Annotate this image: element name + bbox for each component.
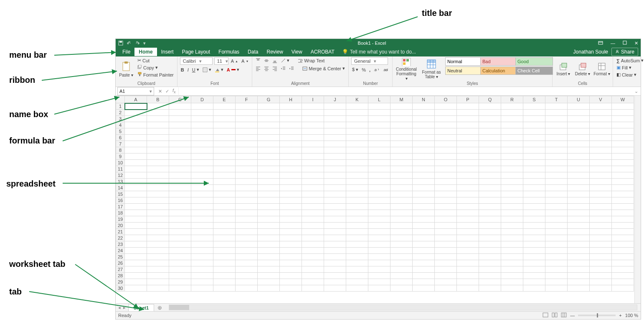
cell[interactable] [479,116,501,122]
cell[interactable] [523,191,545,197]
accounting-format-icon[interactable]: $ ▾ [351,67,359,73]
cell[interactable] [568,128,590,135]
cell[interactable] [302,248,324,254]
cell[interactable] [590,216,612,223]
cell[interactable] [568,223,590,229]
sheet-nav-prev-icon[interactable]: ◂ [118,305,121,310]
cell[interactable] [258,103,280,110]
cell[interactable] [390,160,413,166]
cell[interactable] [545,141,568,147]
cell[interactable] [479,235,501,241]
cell[interactable] [258,141,280,147]
cell[interactable] [280,254,302,260]
cell[interactable] [479,160,501,166]
cell[interactable] [302,266,324,273]
cell[interactable] [280,141,302,147]
cell[interactable] [213,160,236,166]
cell[interactable] [390,154,413,160]
cell[interactable] [280,273,302,279]
cell[interactable] [501,147,523,154]
cell[interactable] [368,266,390,273]
cell[interactable] [346,241,368,248]
cell[interactable] [368,147,390,154]
cell[interactable] [435,179,457,185]
cell[interactable] [169,147,191,154]
cell[interactable] [390,241,413,248]
cell[interactable] [346,166,368,172]
row-header[interactable]: 27 [116,266,125,273]
cell[interactable] [213,116,236,122]
cell[interactable] [258,185,280,191]
cell[interactable] [236,154,258,160]
cell[interactable] [258,216,280,223]
row-header[interactable]: 3 [116,116,125,122]
cell[interactable] [479,210,501,216]
cell[interactable] [435,160,457,166]
cell[interactable] [169,223,191,229]
cell[interactable] [147,241,169,248]
cell[interactable] [523,273,545,279]
cell[interactable] [568,266,590,273]
cell[interactable] [213,260,236,266]
cell[interactable] [390,279,413,285]
cell[interactable] [568,166,590,172]
cell[interactable] [568,172,590,179]
cell[interactable] [545,122,568,128]
cell[interactable] [457,116,479,122]
cell[interactable] [191,285,213,292]
cell[interactable] [545,154,568,160]
cell[interactable] [590,204,612,210]
cell[interactable] [236,285,258,292]
cell[interactable] [236,197,258,204]
cell[interactable] [479,185,501,191]
cell[interactable] [324,210,346,216]
cell[interactable] [169,235,191,241]
cell[interactable] [545,128,568,135]
cell[interactable] [435,210,457,216]
cell[interactable] [457,216,479,223]
formula-bar[interactable] [178,87,632,95]
cell[interactable] [169,204,191,210]
cell[interactable] [545,166,568,172]
cell[interactable] [324,273,346,279]
cell[interactable] [236,110,258,116]
col-header[interactable]: N [413,96,435,103]
cell[interactable] [302,235,324,241]
cell[interactable] [324,204,346,210]
cell[interactable] [568,241,590,248]
cell[interactable] [590,229,612,235]
cell[interactable] [479,229,501,235]
cell[interactable] [523,260,545,266]
cell[interactable] [125,141,147,147]
cell[interactable] [191,197,213,204]
cell[interactable] [568,191,590,197]
cell[interactable] [368,103,390,110]
cell[interactable] [590,160,612,166]
cell[interactable] [213,135,236,141]
cell[interactable] [236,235,258,241]
cell[interactable] [568,116,590,122]
cell[interactable] [435,147,457,154]
cell[interactable] [213,191,236,197]
cell[interactable] [147,197,169,204]
cell[interactable] [501,254,523,260]
view-page-break-icon[interactable] [561,312,567,318]
cell[interactable] [324,122,346,128]
cell[interactable] [346,128,368,135]
cell[interactable] [213,141,236,147]
cell[interactable] [324,166,346,172]
cell[interactable] [280,185,302,191]
col-header[interactable]: F [236,96,258,103]
cell[interactable] [258,223,280,229]
cell[interactable] [147,248,169,254]
cell[interactable] [236,223,258,229]
cell[interactable] [590,260,612,266]
cell[interactable] [258,241,280,248]
cell[interactable] [236,204,258,210]
cell[interactable] [457,154,479,160]
cell[interactable] [280,103,302,110]
cell[interactable] [390,260,413,266]
cell[interactable] [413,135,435,141]
cell[interactable] [368,191,390,197]
cell[interactable] [435,166,457,172]
